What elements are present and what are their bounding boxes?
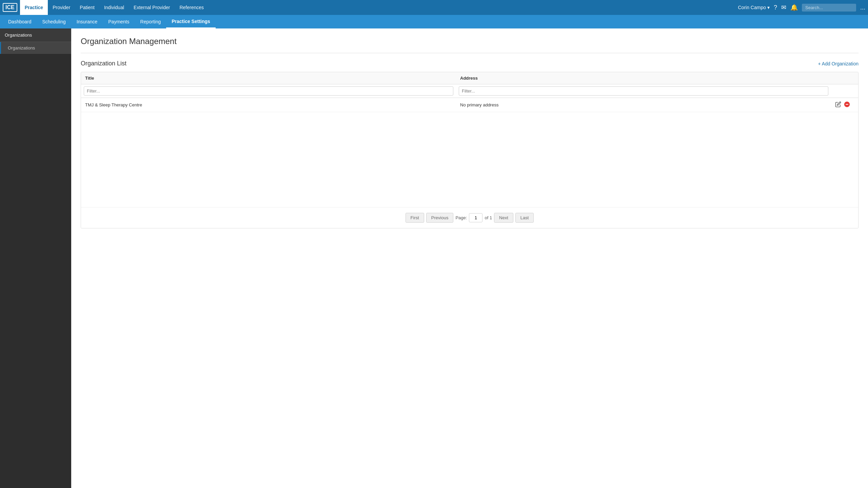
sub-nav-scheduling[interactable]: Scheduling — [37, 15, 71, 28]
org-action-cell — [831, 98, 858, 112]
mail-icon[interactable]: ✉ — [781, 4, 786, 11]
action-filter-cell — [831, 84, 858, 98]
first-page-button[interactable]: First — [406, 213, 424, 223]
sidebar-item-organizations[interactable]: Organizations — [0, 42, 71, 54]
section-title: Organization List — [81, 60, 126, 67]
user-name-label: Corin Campo — [738, 5, 766, 10]
top-nav-item-individual[interactable]: Individual — [99, 0, 129, 15]
top-nav-item-references[interactable]: References — [175, 0, 209, 15]
delete-organization-button[interactable] — [844, 101, 850, 108]
search-input[interactable] — [802, 4, 856, 12]
help-icon[interactable]: ? — [774, 4, 777, 11]
pagination: First Previous Page: of 1 Next Last — [81, 207, 858, 228]
sub-nav-reporting[interactable]: Reporting — [135, 15, 166, 28]
table-filter-row — [81, 84, 858, 98]
table-row: TMJ & Sleep Therapy Centre No primary ad… — [81, 98, 858, 112]
col-header-title: Title — [81, 72, 456, 84]
last-page-button[interactable]: Last — [515, 213, 534, 223]
edit-organization-button[interactable] — [835, 101, 841, 108]
dropdown-icon: ▾ — [767, 5, 770, 10]
add-organization-button[interactable]: + Add Organization — [818, 61, 859, 66]
more-icon[interactable]: ... — [860, 4, 865, 11]
sub-nav-dashboard[interactable]: Dashboard — [3, 15, 37, 28]
sub-nav-practice-settings[interactable]: Practice Settings — [166, 15, 216, 28]
table-empty-space-row — [81, 112, 858, 207]
sub-nav-insurance[interactable]: Insurance — [71, 15, 103, 28]
previous-page-button[interactable]: Previous — [426, 213, 454, 223]
of-label: of 1 — [485, 215, 492, 220]
col-header-address: Address — [456, 72, 831, 84]
bell-icon[interactable]: 🔔 — [790, 4, 798, 11]
table-header-row: Title Address — [81, 72, 858, 84]
col-header-actions — [831, 72, 858, 84]
sidebar: Organizations Organizations — [0, 28, 71, 488]
top-nav-item-patient[interactable]: Patient — [75, 0, 99, 15]
user-menu[interactable]: Corin Campo ▾ — [738, 5, 769, 10]
action-buttons — [835, 101, 854, 108]
section-header: Organization List + Add Organization — [81, 60, 859, 67]
sub-nav-payments[interactable]: Payments — [103, 15, 135, 28]
organization-table: Title Address — [81, 72, 858, 207]
sidebar-header: Organizations — [0, 28, 71, 42]
top-nav-item-external-provider[interactable]: External Provider — [129, 0, 175, 15]
address-filter-cell — [456, 84, 831, 98]
org-title-cell: TMJ & Sleep Therapy Centre — [81, 98, 456, 112]
top-nav-items: Practice Provider Patient Individual Ext… — [20, 0, 738, 15]
app-logo: ICE — [3, 3, 17, 12]
address-filter-input[interactable] — [459, 86, 828, 96]
top-nav-item-provider[interactable]: Provider — [48, 0, 75, 15]
page-number-input[interactable] — [469, 213, 482, 222]
section-divider — [81, 53, 859, 53]
title-filter-cell — [81, 84, 456, 98]
main-content: Organization Management Organization Lis… — [71, 28, 868, 488]
top-nav-item-practice[interactable]: Practice — [20, 0, 48, 15]
table-empty-space — [81, 112, 858, 207]
top-nav-right: Corin Campo ▾ ? ✉ 🔔 ... — [738, 4, 865, 12]
next-page-button[interactable]: Next — [494, 213, 513, 223]
org-address-cell: No primary address — [456, 98, 831, 112]
page-title: Organization Management — [81, 37, 859, 46]
top-nav: ICE Practice Provider Patient Individual… — [0, 0, 868, 15]
main-layout: Organizations Organizations Organization… — [0, 28, 868, 488]
title-filter-input[interactable] — [84, 86, 453, 96]
sub-nav: Dashboard Scheduling Insurance Payments … — [0, 15, 868, 28]
organization-table-container: Title Address — [81, 72, 859, 228]
page-label: Page: — [455, 215, 467, 220]
